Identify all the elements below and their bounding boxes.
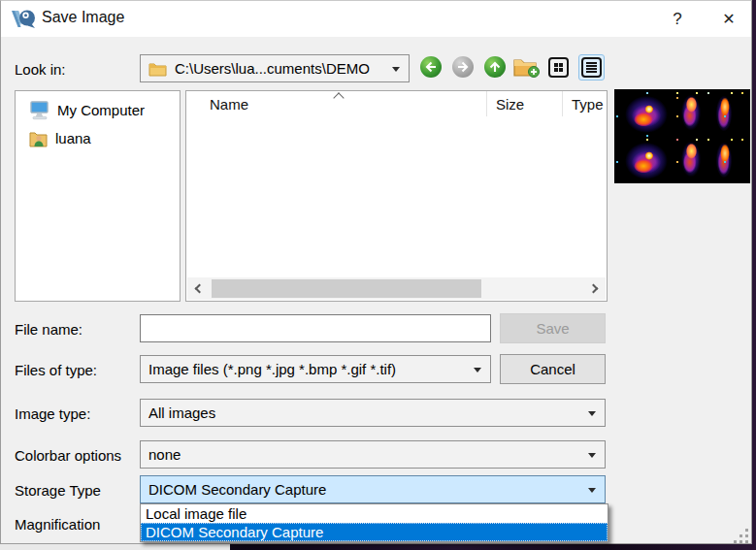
files-of-type-value: Image files (*.png *.jpg *.bmp *.gif *.t…	[148, 361, 396, 377]
app-logo-icon	[11, 9, 36, 29]
image-preview-thumbnail	[614, 89, 750, 183]
colorbar-options-label: Colorbar options	[15, 447, 121, 464]
forward-button[interactable]	[452, 56, 474, 78]
title-bar: Save Image ? ✕	[1, 1, 751, 37]
column-header-type[interactable]: Type	[572, 91, 604, 116]
storage-type-select[interactable]: DICOM Secondary Capture	[140, 475, 606, 503]
scan-marker-ticks	[614, 89, 616, 91]
list-view-icon	[581, 57, 602, 78]
file-name-label: File name:	[15, 321, 82, 338]
sidebar-item-my-computer[interactable]: My Computer	[16, 96, 180, 124]
folder-plus-icon	[512, 55, 540, 79]
column-header-size[interactable]: Size	[496, 91, 524, 116]
help-button[interactable]: ?	[657, 1, 698, 37]
scroll-left-button[interactable]	[187, 277, 209, 300]
look-in-select[interactable]: C:\Users\lua...cuments\DEMO	[140, 54, 410, 82]
image-type-label: Image type:	[15, 405, 90, 422]
column-divider	[562, 91, 563, 116]
option-dicom-secondary-capture[interactable]: DICOM Secondary Capture	[141, 523, 608, 541]
up-one-level-button[interactable]	[484, 56, 506, 78]
scan-sagittal-view	[714, 91, 734, 136]
scan-coronal-view	[678, 91, 704, 136]
colorbar-options-value: none	[148, 446, 181, 463]
resize-grip[interactable]	[734, 529, 737, 532]
save-button[interactable]: Save	[500, 313, 606, 343]
scan-axial-view	[623, 139, 670, 181]
column-header-name[interactable]: Name	[210, 91, 248, 116]
grid-view-icon	[548, 57, 569, 78]
icon-view-button[interactable]	[545, 54, 572, 81]
chevron-down-icon	[474, 368, 481, 376]
storage-type-value: DICOM Secondary Capture	[148, 481, 326, 498]
chevron-down-icon	[392, 67, 400, 76]
sort-ascending-icon	[333, 92, 344, 103]
file-name-input[interactable]	[140, 314, 491, 342]
scan-axial-view	[623, 92, 670, 135]
column-divider	[486, 91, 487, 116]
scan-coronal-view	[678, 138, 704, 182]
save-image-dialog: Save Image ? ✕ Look in: C:\Users\lua...c…	[0, 0, 752, 544]
storage-type-label: Storage Type	[15, 482, 101, 499]
scroll-right-button[interactable]	[584, 277, 606, 300]
sidebar-item-label: My Computer	[57, 102, 145, 118]
dialog-bottom-edge	[0, 544, 230, 550]
user-folder-icon	[29, 130, 49, 147]
scrollbar-thumb[interactable]	[212, 279, 481, 298]
image-type-select[interactable]: All images	[140, 399, 606, 427]
places-panel: My Computer luana	[15, 90, 181, 302]
arrow-left-icon	[425, 61, 437, 73]
scan-sagittal-view	[714, 138, 734, 182]
folder-icon	[148, 61, 167, 77]
storage-type-dropdown-list: Local image file DICOM Secondary Capture	[140, 503, 608, 542]
dialog-title: Save Image	[42, 9, 124, 26]
files-of-type-label: Files of type:	[15, 362, 97, 378]
colorbar-options-select[interactable]: none	[140, 440, 606, 469]
horizontal-scrollbar[interactable]	[187, 277, 606, 300]
sidebar-item-luana[interactable]: luana	[16, 124, 180, 152]
magnification-label: Magnification	[15, 516, 100, 533]
close-icon[interactable]: ✕	[706, 1, 752, 37]
arrow-up-icon	[489, 61, 501, 73]
arrow-right-icon	[457, 61, 469, 73]
detail-view-button[interactable]	[578, 54, 605, 81]
option-local-image-file[interactable]: Local image file	[141, 504, 608, 523]
chevron-down-icon	[588, 453, 596, 462]
chevron-down-icon	[588, 411, 596, 420]
back-button[interactable]	[420, 56, 442, 78]
files-of-type-select[interactable]: Image files (*.png *.jpg *.bmp *.gif *.t…	[140, 355, 491, 383]
computer-icon	[29, 101, 50, 120]
cancel-button[interactable]: Cancel	[500, 354, 606, 384]
look-in-label: Look in:	[15, 61, 66, 78]
file-list-panel: Name Size Type	[185, 90, 608, 302]
sidebar-item-label: luana	[55, 130, 91, 146]
new-folder-button[interactable]	[512, 55, 540, 79]
image-type-value: All images	[148, 404, 215, 421]
look-in-value: C:\Users\lua...cuments\DEMO	[175, 60, 370, 77]
chevron-down-icon	[588, 488, 596, 497]
